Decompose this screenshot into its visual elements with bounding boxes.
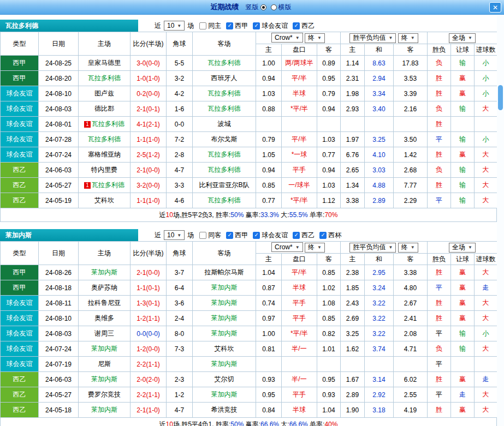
filter-checkbox[interactable]: ✓ 球会友谊: [253, 231, 288, 240]
checkbox-icon[interactable]: ✓: [319, 232, 327, 239]
odds-home: 0.79: [256, 132, 282, 147]
odds-home: [256, 117, 282, 132]
scope-select[interactable]: 全场 ▼: [449, 33, 476, 43]
filter-checkbox[interactable]: ✓ 同主: [199, 21, 221, 31]
avg-final-select[interactable]: 终 ▼: [398, 243, 418, 253]
col-away: 客场: [193, 242, 256, 265]
goals-result: 大: [475, 341, 497, 357]
avg-away: 1.42: [394, 147, 428, 163]
away-team: 莱加内斯: [193, 387, 256, 403]
odds-away: 1.02: [317, 280, 341, 296]
filter-checkbox[interactable]: ✓ 西乙: [293, 21, 315, 31]
summary-segment: 近: [159, 211, 166, 219]
summary-segment: 场,胜5平2负3,: [173, 211, 216, 219]
odds-away: 0.93: [317, 387, 341, 403]
goals-result: 大: [475, 311, 497, 326]
checkbox-icon[interactable]: ✓: [226, 22, 233, 29]
filter-checkbox[interactable]: ✓ 西乙: [293, 231, 315, 240]
avg-away: 3.53: [394, 71, 428, 86]
recent-results-panel: { "titlebar": { "title": "近期战绩", "view_o…: [0, 0, 504, 426]
league-type-badge: 球会友谊: [1, 326, 39, 341]
away-team: 布尔戈斯: [193, 132, 256, 147]
col-handicap: 盘口: [282, 44, 317, 56]
filter-checkbox[interactable]: ✓ 西杯: [319, 231, 341, 240]
odds-home: 0.95: [256, 387, 282, 403]
away-team: 瓦拉多利德: [193, 163, 256, 178]
avg-select[interactable]: 胜平负均值 ▼: [349, 243, 396, 253]
match-date: 24-08-25: [39, 56, 79, 71]
avg-away: [394, 117, 428, 132]
checkbox-icon[interactable]: ✓: [293, 22, 300, 29]
avg-select[interactable]: 胜平负均值 ▼: [349, 33, 396, 43]
checkbox-icon[interactable]: ✓: [293, 232, 300, 239]
match-row: 西乙 24-06-03 特内里费 2-1(0-0) 4-7 瓦拉多利德 0.94…: [1, 163, 497, 178]
checkbox-icon[interactable]: ✓: [226, 232, 233, 239]
home-team: 费罗尔竞技: [79, 387, 131, 403]
avg-draw: 3.14: [365, 372, 394, 387]
match-row: 球会友谊 24-08-03 德比郡 2-1(0-1) 1-6 瓦拉多利德 0.8…: [1, 101, 497, 117]
filter-checkbox[interactable]: ✓ 西甲: [226, 21, 248, 31]
col-type: 类型: [1, 32, 39, 56]
match-date: 24-08-10: [39, 311, 79, 326]
close-button[interactable]: ✕: [489, 2, 501, 13]
checkbox-icon[interactable]: ✓: [253, 22, 260, 29]
view-option-horizontal[interactable]: 横版: [271, 3, 292, 12]
scrollbar-thumb[interactable]: [498, 85, 503, 110]
result: 平: [428, 193, 451, 208]
checkbox-icon[interactable]: ✓: [199, 22, 206, 29]
match-date: 24-07-28: [39, 132, 79, 147]
odds-home: 0.84: [256, 403, 282, 418]
match-score: 2-2(1-1): [131, 357, 167, 372]
avg-controls: 胜平负均值 ▼ 终 ▼: [341, 242, 428, 254]
odds-home: [256, 357, 282, 372]
avg-draw: 3.03: [365, 163, 394, 178]
filter-checkbox[interactable]: ✓ 球会友谊: [253, 21, 288, 31]
matches-table: 类型 日期 主场 比分(半场) 角球 客场 Crow* ▼ 终 ▼: [0, 241, 497, 418]
odds-company-select[interactable]: Crow* ▼: [271, 33, 303, 43]
checkbox-icon[interactable]: ✓: [253, 232, 260, 239]
scrollbar-track[interactable]: [497, 15, 504, 426]
match-row: 球会友谊 24-08-11 拉科鲁尼亚 1-3(0-1) 3-6 莱加内斯 0.…: [1, 296, 497, 311]
handicap: 平/半: [282, 265, 317, 280]
odds-company-select[interactable]: Crow* ▼: [271, 242, 303, 252]
match-row: 球会友谊 24-07-19 尼斯 2-2(1-1) 莱加内斯 平: [1, 357, 497, 372]
result: 负: [428, 163, 451, 178]
chevron-down-icon: ▼: [177, 23, 181, 28]
odds-final-select[interactable]: 终 ▼: [305, 243, 325, 253]
result: 胜: [428, 86, 451, 101]
chevron-down-icon: ▼: [411, 35, 415, 40]
filter-checkbox-label: 球会友谊: [262, 231, 288, 240]
col-date: 日期: [39, 32, 79, 56]
match-count-select[interactable]: 10 ▼: [164, 21, 185, 31]
corner-score: 1-2: [167, 387, 193, 403]
goals-result: 大: [475, 265, 497, 280]
odds-away: 0.94: [317, 101, 341, 117]
col-away: 客场: [193, 32, 256, 56]
avg-away: 3.50: [394, 132, 428, 147]
home-team: 1瓦拉多利德: [79, 117, 131, 132]
goals-result: 小: [475, 132, 497, 147]
col-odds-home: 主: [256, 254, 282, 265]
odds-home: 0.85: [256, 178, 282, 193]
corner-score: 8-0: [167, 326, 193, 341]
home-team: 莱加内斯: [79, 403, 131, 418]
scope-select[interactable]: 全场 ▼: [449, 243, 476, 253]
avg-final-select[interactable]: 终 ▼: [398, 33, 418, 43]
match-count-select[interactable]: 10 ▼: [164, 230, 185, 240]
odds-final-select[interactable]: 终 ▼: [305, 33, 325, 43]
odds-away: 0.85: [317, 265, 341, 280]
handicap: 半/一: [282, 372, 317, 387]
filter-checkbox[interactable]: ✓ 同客: [199, 231, 221, 240]
radio-unchecked-icon[interactable]: [271, 4, 277, 10]
summary-line: 近10场,胜5平2负3, 胜率:50% 赢率:33.3% 大:55.5% 单率:…: [0, 208, 497, 222]
result: 胜: [428, 265, 451, 280]
view-option-vertical[interactable]: 竖版: [246, 3, 266, 12]
section-header: 瓦拉多利德 近 10 ▼ 场 ✓ 同主 ✓ 西甲: [0, 20, 497, 32]
radio-checked-icon[interactable]: [260, 4, 266, 10]
home-team: 瓦拉多利德: [79, 132, 131, 147]
away-team: 瓦拉多利德: [193, 101, 256, 117]
match-score: 3-2(0-0): [131, 178, 167, 193]
filter-checkbox[interactable]: ✓ 西甲: [226, 231, 248, 240]
checkbox-icon[interactable]: ✓: [199, 232, 206, 239]
odds-home: 0.97: [256, 311, 282, 326]
